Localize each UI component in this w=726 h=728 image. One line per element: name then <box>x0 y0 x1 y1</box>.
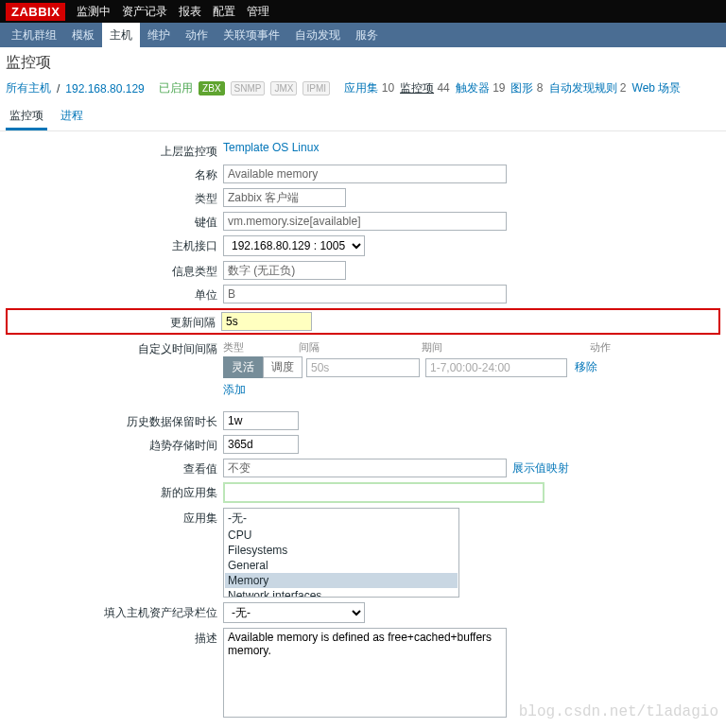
badge-snmp: SNMP <box>231 81 266 95</box>
nav-discovery[interactable]: 自动发现 <box>287 23 348 48</box>
breadcrumb-all-hosts[interactable]: 所有主机 <box>6 80 51 96</box>
label-show-value: 查看值 <box>6 459 223 477</box>
interval-input[interactable] <box>221 312 312 331</box>
zabbix-logo: ZABBIX <box>6 3 65 21</box>
topmenu-item[interactable]: 监测中 <box>77 4 111 20</box>
label-custom-interval: 自定义时间间隔 <box>6 338 223 357</box>
label-unit: 单位 <box>6 285 223 303</box>
label-inventory: 填入主机资产纪录栏位 <box>6 602 223 621</box>
status-enabled: 已启用 <box>159 80 193 96</box>
value-mapping-link[interactable]: 展示值映射 <box>512 460 569 477</box>
link-items[interactable]: 监控项 <box>400 81 434 95</box>
description-textarea[interactable]: Available memory is defined as free+cach… <box>223 628 507 718</box>
label-infotype: 信息类型 <box>6 261 223 280</box>
list-item[interactable]: -无- <box>225 510 458 528</box>
type-select[interactable] <box>223 188 346 207</box>
nav-services[interactable]: 服务 <box>348 23 386 48</box>
unit-input[interactable] <box>223 285 507 303</box>
update-interval-highlight: 更新间隔 <box>6 308 720 335</box>
label-new-app: 新的应用集 <box>6 482 223 501</box>
label-parent: 上层监控项 <box>6 141 223 160</box>
list-item[interactable]: Filesystems <box>225 543 458 558</box>
applications-listbox[interactable]: -无- CPU Filesystems General Memory Netwo… <box>223 508 459 598</box>
link-web[interactable]: Web 场景 <box>632 81 682 95</box>
link-applications[interactable]: 应用集 <box>344 81 378 95</box>
badge-zbx: ZBX <box>199 81 224 95</box>
history-input[interactable] <box>223 411 299 430</box>
list-item[interactable]: Network interfaces <box>225 588 458 598</box>
label-name: 名称 <box>6 165 223 183</box>
custom-interval-input[interactable] <box>306 358 420 377</box>
infotype-select[interactable] <box>223 261 346 280</box>
breadcrumb-host[interactable]: 192.168.80.129 <box>65 82 144 95</box>
page-title: 监控项 <box>0 47 726 75</box>
add-interval-link[interactable]: 添加 <box>223 383 246 396</box>
link-discovery-rules[interactable]: 自动发现规则 <box>549 81 617 95</box>
topmenu-item[interactable]: 配置 <box>213 4 235 20</box>
remove-interval-link[interactable]: 移除 <box>575 359 597 375</box>
inventory-select[interactable]: -无- <box>223 602 365 623</box>
parent-template-link[interactable]: Template OS Linux <box>223 141 319 154</box>
nav-actions[interactable]: 动作 <box>178 23 216 48</box>
name-input[interactable] <box>223 165 507 183</box>
tab-item[interactable]: 监控项 <box>6 102 47 130</box>
new-application-input[interactable] <box>223 482 544 503</box>
nav-maintenance[interactable]: 维护 <box>140 23 178 48</box>
nav-hostgroups[interactable]: 主机群组 <box>4 23 64 48</box>
list-item[interactable]: General <box>225 558 458 573</box>
nav-correlation[interactable]: 关联项事件 <box>216 23 287 48</box>
label-history: 历史数据保留时长 <box>6 411 223 430</box>
show-value-select[interactable] <box>223 459 507 477</box>
interval-type-toggle[interactable]: 灵活调度 <box>223 356 302 378</box>
topmenu-item[interactable]: 管理 <box>247 4 269 20</box>
label-apps: 应用集 <box>6 508 223 527</box>
topmenu-item[interactable]: 报表 <box>179 4 201 20</box>
link-triggers[interactable]: 触发器 <box>456 81 490 95</box>
key-input[interactable] <box>223 212 507 231</box>
nav-templates[interactable]: 模板 <box>64 23 102 48</box>
label-key: 键值 <box>6 212 223 231</box>
label-trend: 趋势存储时间 <box>6 435 223 454</box>
list-item[interactable]: Memory <box>225 573 458 588</box>
label-interface: 主机接口 <box>6 235 223 254</box>
interface-select[interactable]: 192.168.80.129 : 10050 <box>223 235 365 256</box>
breadcrumb: 所有主机 / 192.168.80.129 已启用 ZBXSNMPJMXIPMI… <box>0 75 726 102</box>
nav-hosts[interactable]: 主机 <box>102 23 140 48</box>
custom-period-input[interactable] <box>425 358 567 377</box>
link-graphs[interactable]: 图形 <box>510 81 533 95</box>
label-description: 描述 <box>6 628 223 647</box>
list-item[interactable]: CPU <box>225 528 458 543</box>
topmenu-item[interactable]: 资产记录 <box>122 4 167 20</box>
tab-process[interactable]: 进程 <box>57 102 87 130</box>
badge-jmx: JMX <box>270 81 297 95</box>
label-interval: 更新间隔 <box>8 312 221 331</box>
label-type: 类型 <box>6 188 223 207</box>
trend-input[interactable] <box>223 435 299 454</box>
badge-ipmi: IPMI <box>302 81 330 95</box>
